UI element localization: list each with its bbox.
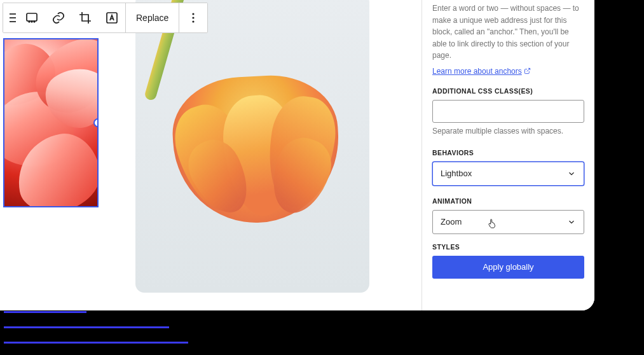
svg-point-6 (34, 21, 35, 22)
crop-icon (78, 10, 93, 25)
caption-button[interactable] (18, 3, 45, 32)
svg-point-10 (193, 20, 195, 22)
external-link-icon (524, 67, 531, 74)
svg-line-11 (526, 69, 530, 72)
animation-label: ANIMATION (432, 197, 584, 205)
image-content-pink-flower (4, 39, 97, 206)
align-button[interactable] (3, 3, 18, 32)
link-button[interactable] (45, 3, 72, 32)
apply-globally-button[interactable]: Apply globally (432, 256, 584, 279)
block-settings-sidebar: Enter a word or two — without spaces — t… (421, 0, 594, 310)
block-toolbar: Replace (3, 3, 208, 33)
svg-point-9 (193, 17, 195, 18)
caption-icon (24, 10, 39, 25)
chevron-down-icon (567, 169, 576, 178)
svg-point-8 (193, 13, 195, 15)
text-overlay-button[interactable] (99, 3, 125, 32)
cursor-hand-icon (488, 218, 497, 229)
crop-button[interactable] (72, 3, 99, 32)
replace-button[interactable]: Replace (126, 3, 179, 32)
editor-window: Replace (0, 0, 594, 310)
anchor-help-text: Enter a word or two — without spaces — t… (432, 3, 584, 62)
css-classes-help: Separate multiple classes with spaces. (432, 125, 584, 137)
kebab-icon (186, 10, 201, 25)
selected-image-block[interactable] (3, 38, 99, 207)
link-label: Learn more about anchors (432, 67, 522, 76)
anchor-learn-more-link[interactable]: Learn more about anchors (432, 67, 531, 76)
decorative-lines (4, 311, 188, 344)
svg-point-4 (31, 21, 32, 22)
css-classes-input[interactable] (432, 100, 584, 123)
behaviors-label: BEHAVIORS (432, 149, 584, 157)
align-icon (3, 10, 18, 25)
animation-value: Zoom (441, 217, 462, 226)
animation-select[interactable]: Zoom (432, 210, 584, 234)
resize-handle-right[interactable] (93, 118, 99, 127)
chevron-down-icon (567, 218, 576, 226)
link-icon (51, 10, 66, 25)
svg-point-5 (29, 21, 30, 22)
css-classes-label: ADDITIONAL CSS CLASS(ES) (432, 87, 584, 95)
editor-canvas: Replace (0, 0, 421, 310)
image-block-tulip[interactable] (135, 0, 369, 293)
behaviors-select[interactable]: Lightbox (432, 162, 584, 186)
svg-rect-3 (27, 13, 37, 21)
text-overlay-icon (104, 10, 120, 25)
behaviors-value: Lightbox (441, 169, 472, 178)
styles-label: STYLES (432, 243, 584, 251)
tulip-flower (170, 72, 343, 226)
more-options-button[interactable] (179, 3, 207, 32)
